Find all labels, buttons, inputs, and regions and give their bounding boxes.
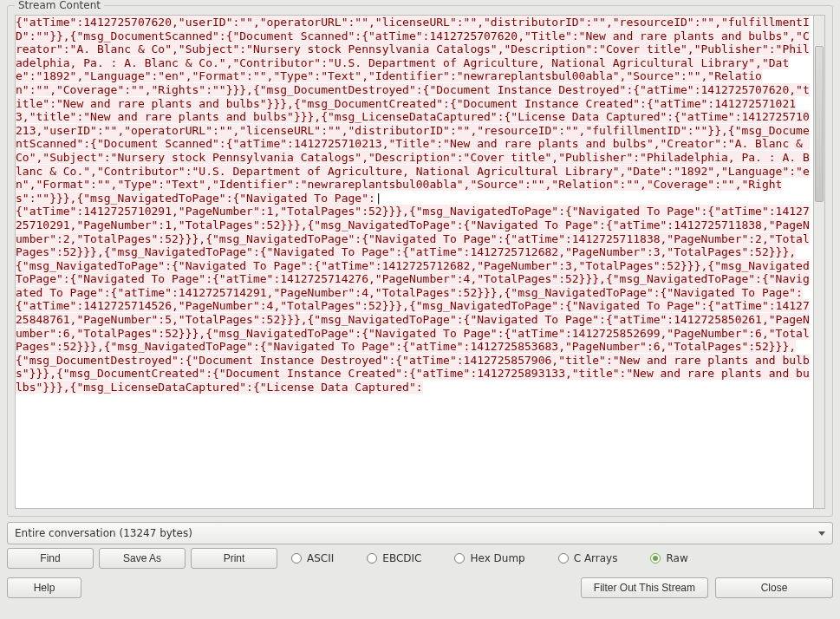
radio-ascii[interactable]: ASCII	[291, 552, 334, 564]
chevron-down-icon	[818, 531, 825, 536]
vertical-scrollbar[interactable]	[814, 15, 825, 509]
radio-raw[interactable]: Raw	[650, 552, 687, 564]
bottom-row: Help Filter Out This Stream Close	[7, 577, 833, 598]
scrollbar-thumb[interactable]	[815, 46, 824, 202]
conversation-selector-dropdown[interactable]: Entire conversation (13247 bytes)	[7, 522, 833, 544]
actions-row: Find Save As Print ASCII EBCDIC Hex Dump…	[7, 548, 833, 569]
stream-content-groupbox: Stream Content {"atTime":1412725707620,"…	[7, 5, 833, 517]
print-button[interactable]: Print	[191, 548, 277, 569]
save-as-button[interactable]: Save As	[99, 548, 186, 569]
radio-carrays[interactable]: C Arrays	[558, 552, 618, 564]
filter-out-button[interactable]: Filter Out This Stream	[581, 577, 708, 598]
stream-content-textarea[interactable]: {"atTime":1412725707620,"userID":"","ope…	[15, 15, 814, 509]
dropdown-value: Entire conversation (13247 bytes)	[15, 527, 192, 539]
format-radio-group: ASCII EBCDIC Hex Dump C Arrays Raw	[291, 552, 688, 564]
find-button[interactable]: Find	[7, 548, 94, 569]
help-button[interactable]: Help	[7, 577, 81, 598]
close-button[interactable]: Close	[715, 577, 833, 598]
radio-hexdump[interactable]: Hex Dump	[454, 552, 524, 564]
groupbox-title: Stream Content	[15, 0, 104, 11]
radio-ebcdic[interactable]: EBCDIC	[367, 552, 421, 564]
